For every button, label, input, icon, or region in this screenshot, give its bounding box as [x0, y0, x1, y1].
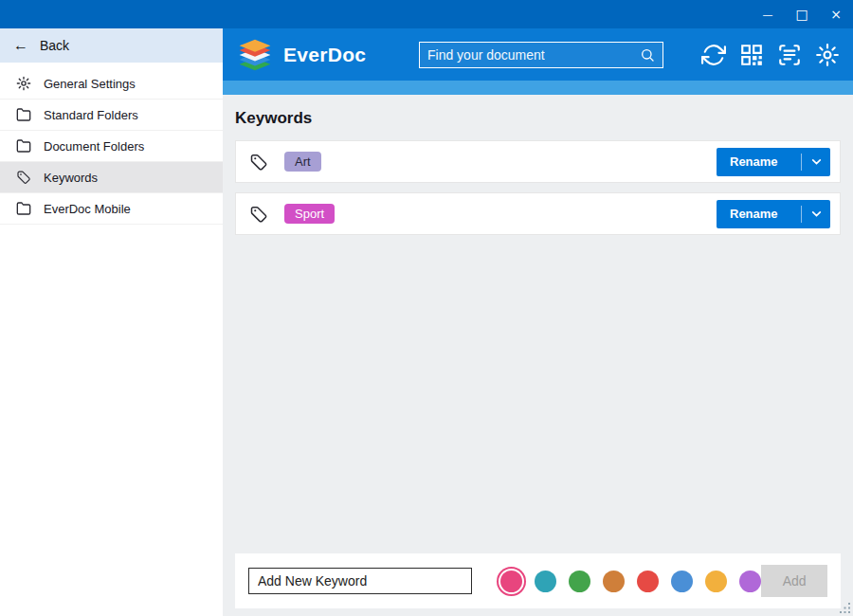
tag-icon	[249, 153, 268, 172]
back-button[interactable]: ← Back	[0, 28, 223, 63]
keyword-row: Art Rename	[235, 140, 841, 183]
sidebar-item-everdoc-mobile[interactable]: EverDoc Mobile	[0, 193, 223, 225]
gear-icon	[16, 76, 31, 91]
folder-icon	[16, 138, 31, 154]
color-swatch-pink[interactable]	[500, 571, 522, 592]
rename-button[interactable]: Rename	[717, 200, 830, 228]
color-swatch-picker	[497, 571, 761, 592]
chevron-down-icon	[802, 208, 830, 220]
gear-icon[interactable]	[815, 43, 840, 67]
folder-icon	[16, 107, 31, 122]
back-button-label: Back	[40, 38, 69, 53]
add-button[interactable]: Add	[761, 565, 827, 597]
sidebar-item-label: EverDoc Mobile	[44, 202, 131, 216]
keyword-badge: Sport	[284, 204, 335, 224]
scan-icon[interactable]	[777, 43, 802, 67]
rename-button[interactable]: Rename	[717, 148, 830, 176]
maximize-button[interactable]: □	[785, 0, 819, 28]
search-input[interactable]	[427, 47, 640, 63]
folder-icon	[16, 201, 31, 216]
settings-sidebar: ← Back General Settings Standard Folders	[0, 28, 223, 616]
sidebar-item-keywords[interactable]: Keywords	[0, 162, 223, 193]
main-area: EverDoc	[223, 28, 853, 616]
keywords-panel: Keywords Art Rename	[223, 95, 853, 616]
sidebar-item-label: Document Folders	[44, 139, 144, 154]
sidebar-nav: General Settings Standard Folders Docume…	[0, 68, 223, 225]
color-swatch-red[interactable]	[637, 571, 659, 592]
sidebar-item-label: Standard Folders	[44, 108, 138, 122]
sidebar-item-standard-folders[interactable]: Standard Folders	[0, 100, 223, 131]
rename-button-label: Rename	[717, 207, 801, 221]
chevron-down-icon	[802, 155, 830, 168]
search-icon[interactable]	[640, 47, 655, 63]
app-window: — □ × ← Back General Settings	[0, 0, 853, 616]
sidebar-item-document-folders[interactable]: Document Folders	[0, 131, 223, 162]
color-swatch-blue[interactable]	[671, 571, 693, 592]
header-toolbar	[701, 43, 840, 67]
page-title: Keywords	[235, 109, 841, 128]
add-keyword-bar: Add	[235, 553, 841, 608]
app-title: EverDoc	[283, 44, 366, 66]
sync-icon[interactable]	[701, 43, 726, 67]
color-swatch-amber[interactable]	[705, 571, 727, 592]
new-keyword-input[interactable]	[248, 568, 472, 594]
everdoc-logo-icon	[236, 38, 274, 72]
close-button[interactable]: ×	[819, 0, 853, 28]
document-search	[419, 42, 663, 68]
sidebar-item-label: General Settings	[44, 77, 136, 91]
color-swatch-green[interactable]	[569, 571, 590, 592]
keyword-badge: Art	[284, 152, 321, 172]
color-swatch-orange[interactable]	[603, 571, 625, 592]
resize-grip[interactable]	[839, 602, 851, 614]
tag-icon	[249, 205, 268, 224]
color-swatch-teal[interactable]	[535, 571, 556, 592]
sidebar-item-label: Keywords	[44, 171, 98, 185]
qr-code-icon[interactable]	[739, 43, 764, 67]
sidebar-item-general-settings[interactable]: General Settings	[0, 68, 223, 100]
rename-button-label: Rename	[717, 154, 801, 169]
header-accent-strip	[223, 81, 853, 95]
app-header: EverDoc	[223, 28, 853, 81]
color-swatch-purple[interactable]	[739, 571, 761, 592]
back-arrow-icon: ←	[13, 38, 28, 53]
minimize-button[interactable]: —	[751, 0, 785, 28]
tag-icon	[16, 170, 31, 185]
window-titlebar: — □ ×	[0, 0, 853, 28]
keyword-row: Sport Rename	[235, 192, 841, 235]
